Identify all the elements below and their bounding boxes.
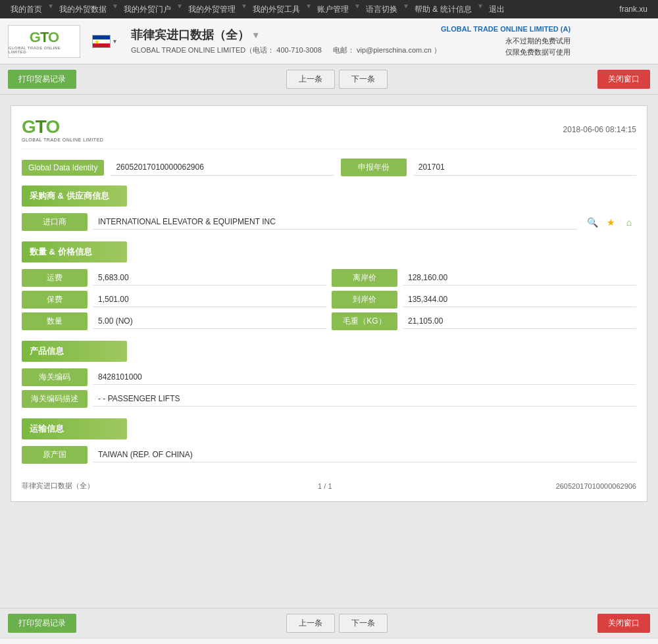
record-card: GTO GLOBAL TRADE ONLINE LIMITED 2018-06-…	[11, 105, 647, 502]
next-button-top[interactable]: 下一条	[339, 70, 388, 89]
page-footer: 苏ICP备14033305号 Company Website | Global …	[0, 638, 658, 644]
flag-icon	[92, 35, 111, 48]
main-content: GTO GLOBAL TRADE ONLINE LIMITED 2018-06-…	[0, 95, 658, 608]
search-icon[interactable]: 🔍	[585, 215, 599, 230]
nav-items: 我的首页 ▾ 我的外贸数据 ▾ 我的外贸门户 ▾ 我的外贸管理 ▾ 我的外贸工具…	[5, 1, 614, 18]
close-button-top[interactable]: 关闭窗口	[597, 70, 650, 89]
gdi-value: 26052017010000062906	[111, 159, 334, 176]
bottom-action-bar: 打印贸易记录 上一条 下一条 关闭窗口	[0, 608, 658, 638]
star-icon[interactable]: ★	[603, 215, 618, 230]
header-title-arrow[interactable]: ▾	[253, 30, 258, 40]
logo-subtitle: GLOBAL TRADE ONLINE LIMITED	[9, 46, 80, 54]
nav-logout[interactable]: 退出	[484, 1, 510, 18]
record-logo: GTO GLOBAL TRADE ONLINE LIMITED	[22, 116, 103, 142]
dec-year-value: 201701	[413, 159, 636, 176]
nav-buttons-top: 上一条 下一条	[286, 70, 388, 89]
arrival-price-label: 到岸价	[332, 291, 397, 309]
insurance-label: 保费	[22, 291, 88, 309]
nav-trade-mgmt[interactable]: 我的外贸管理	[183, 1, 241, 18]
nav-language[interactable]: 语言切换	[361, 1, 403, 18]
notice-brand: GLOBAL TRADE ONLINE LIMITED (A)	[441, 24, 570, 36]
transport-section-header: 运输信息	[22, 418, 127, 439]
record-header: GTO GLOBAL TRADE ONLINE LIMITED 2018-06-…	[22, 116, 636, 149]
nav-trade-portal[interactable]: 我的外贸门户	[118, 1, 176, 18]
flag-dropdown-arrow[interactable]: ▾	[113, 37, 116, 45]
gross-weight-field: 毛重（KG） 21,105.00	[332, 312, 636, 330]
card-footer: 菲律宾进口数据（全） 1 / 1 26052017010000062906	[22, 474, 636, 491]
quantity-field: 数量 5.00 (NO)	[22, 312, 326, 330]
insurance-arrival-row: 保费 1,501.00 到岸价 135,344.00	[22, 291, 636, 309]
user-display: frank.xu	[614, 2, 653, 16]
identity-row: Global Data Identity 2605201701000006290…	[22, 159, 636, 176]
nav-help[interactable]: 帮助 & 统计信息	[409, 1, 477, 18]
quantity-section: 数量 & 价格信息 运费 5,683.00 离岸价 128,160.00 保费 …	[22, 241, 636, 330]
arrival-price-value: 135,344.00	[403, 292, 636, 307]
notice-line2: 仅限免费数据可使用	[441, 47, 570, 59]
departure-price-label: 离岸价	[332, 269, 397, 287]
customs-code-value: 8428101000	[93, 370, 636, 385]
product-section-header: 产品信息	[22, 341, 127, 362]
nav-trade-tools[interactable]: 我的外贸工具	[247, 1, 305, 18]
freight-value: 5,683.00	[93, 270, 326, 285]
footer-right-id: 26052017010000062906	[556, 482, 636, 490]
footer-left-text: 菲律宾进口数据（全）	[22, 481, 94, 491]
record-datetime: 2018-06-06 08:14:15	[563, 125, 636, 134]
home-icon[interactable]: ⌂	[622, 215, 636, 230]
quantity-section-header: 数量 & 价格信息	[22, 241, 127, 262]
departure-price-value: 128,160.00	[403, 270, 636, 285]
prev-button-bottom[interactable]: 上一条	[286, 614, 335, 633]
arrival-price-field: 到岸价 135,344.00	[332, 291, 636, 309]
supplier-section-header: 采购商 & 供应商信息	[22, 186, 127, 207]
quantity-label: 数量	[22, 312, 88, 330]
customs-code-label: 海关编码	[22, 368, 88, 386]
origin-country-row: 原产国 TAIWAN (REP. OF CHINA)	[22, 446, 636, 464]
insurance-value: 1,501.00	[93, 292, 326, 307]
nav-home[interactable]: 我的首页	[5, 1, 47, 18]
importer-row: 进口商 INTERNATIONAL ELEVATOR & EQUIPMENT I…	[22, 213, 636, 231]
supplier-section: 采购商 & 供应商信息 进口商 INTERNATIONAL ELEVATOR &…	[22, 186, 636, 231]
footer-page-info: 1 / 1	[318, 482, 332, 490]
freight-label: 运费	[22, 269, 88, 287]
transport-section: 运输信息 原产国 TAIWAN (REP. OF CHINA)	[22, 418, 636, 464]
header: GTO GLOBAL TRADE ONLINE LIMITED ▾ 菲律宾进口数…	[0, 18, 658, 64]
logo-area: GTO GLOBAL TRADE ONLINE LIMITED ▾ 菲律宾进口数…	[8, 25, 441, 58]
print-button-bottom[interactable]: 打印贸易记录	[8, 614, 76, 633]
logo-text: GTO	[30, 29, 59, 46]
insurance-field: 保费 1,501.00	[22, 291, 326, 309]
dec-year-label: 申报年份	[341, 159, 407, 176]
flag-selector[interactable]: ▾	[92, 35, 116, 48]
nav-trade-data[interactable]: 我的外贸数据	[54, 1, 112, 18]
importer-label: 进口商	[22, 213, 88, 231]
header-title-text: 菲律宾进口数据（全）	[131, 27, 249, 43]
logo: GTO GLOBAL TRADE ONLINE LIMITED	[8, 25, 80, 58]
header-title-area: 菲律宾进口数据（全） ▾ GLOBAL TRADE ONLINE LIMITED…	[131, 27, 441, 55]
customs-desc-row: 海关编码描述 - - PASSENGER LIFTS	[22, 390, 636, 408]
freight-field: 运费 5,683.00	[22, 269, 326, 287]
prev-button-top[interactable]: 上一条	[286, 70, 335, 89]
customs-code-row: 海关编码 8428101000	[22, 368, 636, 386]
header-contact: GLOBAL TRADE ONLINE LIMITED（电话： 400-710-…	[131, 45, 441, 55]
next-button-bottom[interactable]: 下一条	[339, 614, 388, 633]
close-button-bottom[interactable]: 关闭窗口	[597, 614, 650, 633]
print-button-top[interactable]: 打印贸易记录	[8, 70, 76, 89]
gross-weight-value: 21,105.00	[403, 314, 636, 329]
quantity-value: 5.00 (NO)	[93, 314, 326, 329]
product-section: 产品信息 海关编码 8428101000 海关编码描述 - - PASSENGE…	[22, 341, 636, 408]
gross-weight-label: 毛重（KG）	[332, 312, 397, 330]
origin-country-value: TAIWAN (REP. OF CHINA)	[93, 447, 636, 462]
nav-account[interactable]: 账户管理	[312, 1, 354, 18]
gdi-label: Global Data Identity	[22, 160, 104, 176]
freight-departure-row: 运费 5,683.00 离岸价 128,160.00	[22, 269, 636, 287]
row-icons: 🔍 ★ ⌂	[585, 215, 636, 230]
header-main-title: 菲律宾进口数据（全） ▾	[131, 27, 441, 43]
customs-desc-label: 海关编码描述	[22, 390, 88, 408]
departure-price-field: 离岸价 128,160.00	[332, 269, 636, 287]
record-logo-text: GTO	[22, 116, 59, 137]
quantity-weight-row: 数量 5.00 (NO) 毛重（KG） 21,105.00	[22, 312, 636, 330]
top-action-bar: 打印贸易记录 上一条 下一条 关闭窗口	[0, 64, 658, 95]
importer-value: INTERNATIONAL ELEVATOR & EQUIPMENT INC	[93, 214, 577, 230]
top-navigation: 我的首页 ▾ 我的外贸数据 ▾ 我的外贸门户 ▾ 我的外贸管理 ▾ 我的外贸工具…	[0, 0, 658, 18]
top-right-notice: GLOBAL TRADE ONLINE LIMITED (A) 永不过期的免费试…	[441, 24, 570, 59]
notice-line1: 永不过期的免费试用	[441, 36, 570, 47]
origin-country-label: 原产国	[22, 446, 88, 464]
